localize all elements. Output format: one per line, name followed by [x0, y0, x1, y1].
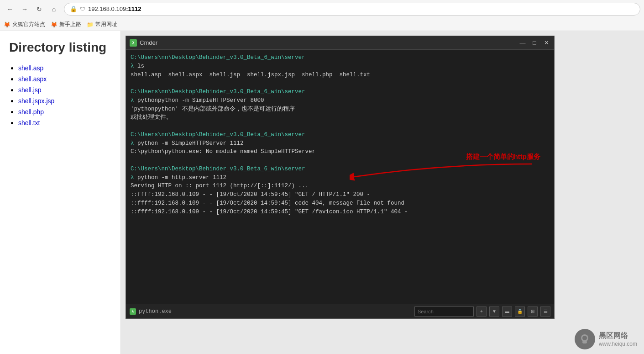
terminal-title-text: Cmder [140, 39, 157, 46]
watermark-url: www.heiqu.com [599, 341, 637, 347]
command: python -m SimpleHTTPServer 1112 [137, 140, 244, 147]
browser-content: Directory listing shell.asp shell.aspx s… [0, 31, 644, 354]
terminal-line: C:\Users\nn\Desktop\Behinder_v3.0_Beta_6… [131, 53, 550, 62]
grid-button[interactable]: ⊞ [528, 306, 538, 317]
menu-button[interactable]: ☰ [540, 306, 550, 317]
terminal-line: λ ls [131, 62, 550, 71]
shield-icon: 🛡 [80, 6, 85, 12]
terminal-statusbar: λ python.exe 🔍 + ▼ ▬ 🔒 ⊞ ☰ [126, 304, 554, 318]
list-item: shell.aspx [18, 75, 111, 83]
bookmark-label: 新手上路 [59, 21, 81, 28]
nav-buttons: ← → ↻ ⌂ [4, 3, 60, 16]
terminal-line: ::ffff:192.168.0.109 - - [19/Oct/2020 14… [131, 190, 550, 199]
lock-button[interactable]: 🔒 [515, 306, 525, 317]
bookmark-common[interactable]: 📁 常用网址 [87, 21, 117, 28]
forward-button[interactable]: → [18, 3, 31, 16]
terminal-line: 'pythonpython' 不是内部或外部命令，也不是可运行的程序 [131, 105, 550, 114]
directory-pane: Directory listing shell.asp shell.aspx s… [0, 31, 121, 354]
search-box[interactable]: 🔍 [414, 306, 474, 317]
file-link[interactable]: shell.php [18, 108, 44, 116]
watermark: 黑区网络 www.heiqu.com [575, 329, 637, 349]
command: python -m http.server 1112 [137, 174, 226, 181]
dropdown-button[interactable]: ▼ [489, 306, 499, 317]
list-item: shell.php [18, 108, 111, 116]
status-icon: λ [130, 308, 136, 315]
svg-point-2 [582, 336, 587, 340]
watermark-site: 黑区网络 [599, 331, 637, 341]
prompt: λ [131, 140, 137, 147]
file-link[interactable]: shell.jsp [18, 86, 42, 94]
list-item: shell.txt [18, 119, 111, 127]
watermark-text: 黑区网络 www.heiqu.com [599, 331, 637, 347]
terminal-blank [131, 79, 550, 88]
address-port: :1112 [126, 5, 141, 12]
terminal-line: shell.asp shell.aspx shell.jsp shell.jsp… [131, 71, 550, 79]
list-item: shell.jsp [18, 86, 111, 94]
bookmark-newuser[interactable]: 🦊 新手上路 [51, 21, 81, 28]
bookmark-label: 常用网址 [95, 21, 117, 28]
view-button[interactable]: ▬ [502, 306, 512, 317]
list-item: shell.jspx.jsp [18, 97, 111, 105]
svg-rect-3 [582, 341, 587, 343]
add-button[interactable]: + [476, 306, 487, 317]
terminal-window: λ Cmder — □ ✕ C:\Users\nn\Desktop\Behind… [126, 36, 555, 319]
statusbar-left: λ python.exe [130, 308, 172, 315]
address-bar[interactable]: 🔒 🛡 192.168.0.109:1112 [64, 3, 640, 16]
refresh-button[interactable]: ↻ [33, 3, 46, 16]
terminal-line: C:\Users\nn\Desktop\Behinder_v3.0_Beta_6… [131, 88, 550, 96]
command: ls [137, 63, 144, 69]
command: pythonpython -m SimpleHTTPServer 8000 [137, 97, 264, 104]
prompt: λ [131, 97, 137, 104]
bookmark-label: 火狐官方站点 [12, 21, 45, 28]
watermark-icon [575, 329, 595, 349]
annotation-arrow [350, 159, 537, 182]
browser-toolbar: ← → ↻ ⌂ 🔒 🛡 192.168.0.109:1112 [0, 0, 644, 18]
terminal-line: ::ffff:192.168.0.109 - - [19/Oct/2020 14… [131, 208, 550, 217]
maximize-button[interactable]: □ [530, 39, 539, 47]
statusbar-right: 🔍 + ▼ ▬ 🔒 ⊞ ☰ [414, 306, 550, 317]
terminal-line: λ python -m SimpleHTTPServer 1112 [131, 139, 550, 148]
terminal-line: 或批处理文件。 [131, 113, 550, 122]
security-icon: 🔒 [70, 5, 77, 12]
process-name: python.exe [139, 308, 172, 315]
prompt: λ [131, 174, 137, 181]
terminal-titlebar: λ Cmder — □ ✕ [126, 36, 554, 50]
terminal-container: λ Cmder — □ ✕ C:\Users\nn\Desktop\Behind… [121, 31, 644, 354]
home-button[interactable]: ⌂ [47, 3, 60, 16]
terminal-line: Serving HTTP on :: port 1112 (http://[::… [131, 182, 550, 190]
file-link[interactable]: shell.jspx.jsp [18, 97, 54, 105]
bookmarks-bar: 🦊 火狐官方站点 🦊 新手上路 📁 常用网址 [0, 18, 644, 31]
search-input[interactable] [418, 309, 481, 314]
bookmark-icon: 📁 [87, 21, 94, 28]
directory-list: shell.asp shell.aspx shell.jsp shell.jsp… [9, 64, 111, 127]
bookmark-icon: 🦊 [51, 21, 58, 28]
terminal-line: ::ffff:192.168.0.109 - - [19/Oct/2020 14… [131, 199, 550, 208]
browser-frame: ← → ↻ ⌂ 🔒 🛡 192.168.0.109:1112 🦊 火狐官方站点 … [0, 0, 644, 354]
terminal-controls: — □ ✕ [518, 39, 550, 47]
terminal-line: C:\Users\nn\Desktop\Behinder_v3.0_Beta_6… [131, 131, 550, 139]
file-link[interactable]: shell.txt [18, 119, 40, 127]
file-link[interactable]: shell.aspx [18, 75, 47, 83]
close-button[interactable]: ✕ [542, 39, 550, 47]
terminal-title: λ Cmder [130, 39, 157, 47]
bookmark-firefox[interactable]: 🦊 火狐官方站点 [4, 21, 45, 28]
minimize-button[interactable]: — [518, 39, 527, 47]
terminal-blank [131, 122, 550, 131]
terminal-line: λ pythonpython -m SimpleHTTPServer 8000 [131, 96, 550, 105]
back-button[interactable]: ← [4, 3, 16, 16]
cmder-icon: λ [130, 39, 137, 47]
prompt: λ [131, 63, 137, 69]
bookmark-icon: 🦊 [4, 21, 10, 28]
address-text: 192.168.0.109:1112 [88, 5, 141, 12]
address-prefix: 192.168.0.109 [88, 5, 126, 12]
file-link[interactable]: shell.asp [18, 64, 43, 72]
list-item: shell.asp [18, 64, 111, 72]
directory-title: Directory listing [9, 40, 111, 55]
